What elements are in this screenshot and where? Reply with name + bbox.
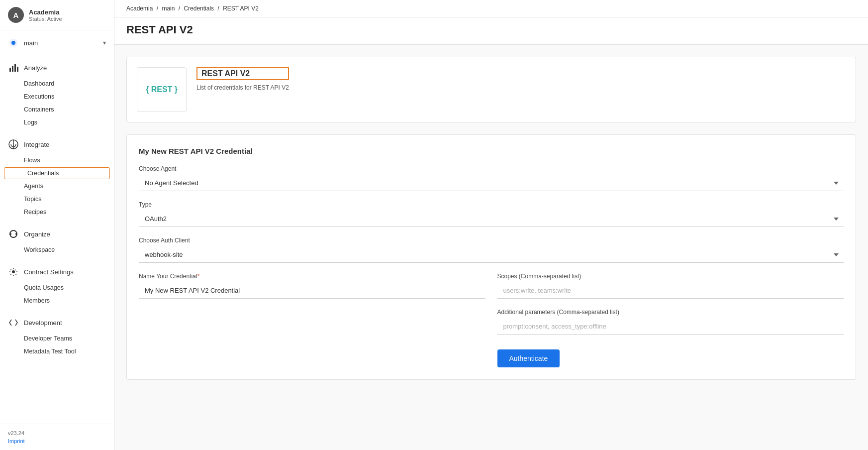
breadcrumb-credentials[interactable]: Credentials [184,5,214,12]
choose-agent-label: Choose Agent [139,165,844,172]
org-status: Status: Active [29,16,62,22]
form-row-agent: Choose Agent No Agent Selected [139,165,844,191]
sidebar-sub-executions[interactable]: Executions [0,90,114,103]
breadcrumb-academia[interactable]: Academia [126,5,153,12]
svg-point-10 [15,233,17,235]
form-row-type: Type OAuth2 [139,201,844,227]
form-row-scopes: Scopes (Comma-separated list) [497,273,844,299]
dev-icon [8,317,19,328]
sidebar-sub-developer-teams[interactable]: Developer Teams [0,332,114,345]
scopes-label: Scopes (Comma-separated list) [497,273,844,280]
chevron-down-icon: ▾ [103,39,106,46]
avatar: A [8,7,24,23]
sidebar-sub-recipes[interactable]: Recipes [0,206,114,219]
svg-rect-4 [14,64,16,72]
integrate-icon [8,139,19,150]
contract-settings-label: Contract Settings [24,268,74,276]
sidebar-item-main[interactable]: main ▾ [0,33,114,52]
organize-label: Organize [24,230,50,238]
content-area: { REST } REST API V2 List of credentials… [114,45,868,450]
sep1: / [157,5,160,12]
org-header[interactable]: A Academia Status: Active [0,0,114,30]
analyze-label: Analyze [24,64,47,72]
settings-icon [8,266,19,277]
svg-rect-3 [12,66,13,72]
sidebar-sub-containers[interactable]: Containers [0,103,114,116]
name-credential-input[interactable] [139,283,485,299]
right-col: Scopes (Comma-separated list) Additional… [497,273,844,367]
svg-point-1 [11,41,15,45]
additional-params-label: Additional parameters (Comma-separated l… [497,309,844,316]
type-label: Type [139,201,844,208]
choose-auth-client-label: Choose Auth Client [139,237,844,244]
sidebar-item-integrate[interactable]: Integrate [0,135,114,154]
page-title-bar: REST API V2 [114,17,868,45]
main-icon [8,37,19,48]
sidebar-sub-quota-usages[interactable]: Quota Usages [0,281,114,294]
credential-card: { REST } REST API V2 List of credentials… [126,57,856,122]
version-label: v23.24 [8,430,106,436]
sidebar-item-contract-settings[interactable]: Contract Settings [0,262,114,281]
additional-params-input[interactable] [497,319,844,335]
sidebar-sub-members[interactable]: Members [0,294,114,307]
sidebar-item-organize[interactable]: Organize [0,225,114,243]
bar-chart-icon [8,62,19,73]
sidebar-sub-dashboard[interactable]: Dashboard [0,77,114,90]
development-label: Development [24,319,62,327]
imprint-link[interactable]: Imprint [8,438,25,444]
page-title: REST API V2 [126,23,856,36]
form-row-additional-params: Additional parameters (Comma-separated l… [497,309,844,335]
sidebar-footer: v23.24 Imprint [0,424,114,450]
main-content: Academia / main / Credentials / REST API… [114,0,868,450]
org-name: Academia [29,8,62,16]
credential-card-info: REST API V2 List of credentials for REST… [196,67,289,91]
sidebar-sub-metadata-test-tool[interactable]: Metadata Test Tool [0,345,114,358]
sidebar: A Academia Status: Active main ▾ Analyze… [0,0,114,450]
form-row-auth-client: Choose Auth Client webhook-site [139,237,844,263]
svg-point-11 [12,270,15,273]
form-row-name: Name Your Credential* [139,273,485,299]
credential-card-desc: List of credentials for REST API V2 [196,84,289,91]
sep2: / [179,5,182,12]
breadcrumb: Academia / main / Credentials / REST API… [114,0,868,17]
organize-icon [8,228,19,239]
sep3: / [217,5,221,12]
sidebar-sub-credentials[interactable]: Credentials [4,167,110,179]
form-section: My New REST API V2 Credential Choose Age… [126,134,856,380]
sidebar-item-development[interactable]: Development [0,313,114,332]
sidebar-item-analyze[interactable]: Analyze [0,58,114,77]
breadcrumb-rest-api: REST API V2 [223,5,259,12]
credential-card-title: REST API V2 [196,67,289,80]
rest-logo-text: { REST } [146,85,178,94]
sidebar-sub-agents[interactable]: Agents [0,180,114,193]
sidebar-sub-topics[interactable]: Topics [0,193,114,206]
choose-auth-client-select[interactable]: webhook-site [139,247,844,263]
main-label: main [24,39,38,47]
left-col: Name Your Credential* [139,273,485,367]
sidebar-sub-workspace[interactable]: Workspace [0,243,114,256]
sidebar-sub-logs[interactable]: Logs [0,116,114,129]
rest-logo-box: { REST } [137,67,187,112]
sidebar-sub-flows[interactable]: Flows [0,154,114,167]
scopes-input[interactable] [497,283,844,299]
integrate-label: Integrate [24,141,49,148]
breadcrumb-main[interactable]: main [162,5,175,12]
choose-agent-select[interactable]: No Agent Selected [139,175,844,191]
authenticate-button[interactable]: Authenticate [497,349,560,367]
svg-point-9 [9,233,11,235]
two-col-row: Name Your Credential* Scopes (Comma-sepa… [139,273,844,367]
form-section-title: My New REST API V2 Credential [139,147,844,155]
name-credential-label: Name Your Credential* [139,273,485,280]
type-select[interactable]: OAuth2 [139,211,844,227]
svg-rect-5 [17,67,18,72]
svg-rect-2 [9,68,11,72]
